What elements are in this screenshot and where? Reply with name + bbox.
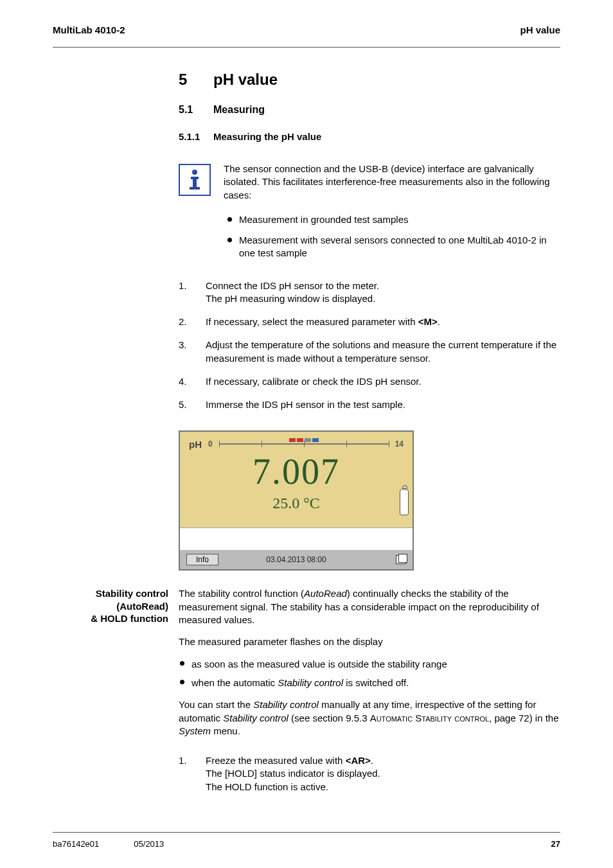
scale-min: 0 [208, 439, 213, 448]
header-left: MultiLab 4010-2 [53, 24, 125, 35]
page-number: 27 [551, 839, 560, 849]
info-paragraph: The sensor connection and the USB-B (dev… [224, 163, 560, 202]
chapter-heading: 5 pH value [179, 71, 560, 89]
body-paragraph: The stability control function (AutoRead… [179, 587, 560, 626]
info-bullet: Measurement with several sensors connect… [227, 234, 560, 260]
sensor-icon [400, 488, 409, 515]
subsection-number: 5.1.1 [179, 131, 213, 142]
svg-point-0 [192, 170, 197, 175]
procedure-step: 2. If necessary, select the measured par… [179, 315, 560, 328]
procedure-step: 1. Freeze the measured value with <AR>. … [179, 754, 560, 793]
storage-icon [396, 555, 406, 564]
step-number: 1. [179, 754, 206, 793]
device-screenshot: pH 0 14 [179, 430, 560, 571]
ph-scale [219, 441, 389, 447]
doc-id: ba76142e01 [53, 839, 99, 849]
step-number: 5. [179, 398, 206, 411]
step-text: Immerse the IDS pH sensor in the test sa… [206, 398, 405, 411]
svg-rect-3 [190, 187, 200, 190]
section-heading: 5.1 Measuring [179, 104, 560, 116]
subsection-heading: 5.1.1 Measuring the pH value [179, 131, 560, 142]
step-text: If necessary, calibrate or check the IDS… [206, 375, 422, 388]
procedure-step: 3. Adjust the temperature of the solutio… [179, 339, 560, 365]
chapter-title: pH value [213, 71, 278, 89]
section-number: 5.1 [179, 104, 213, 116]
body-paragraph: The measured parameter flashes on the di… [179, 635, 560, 648]
page-header: MultiLab 4010-2 pH value [53, 24, 560, 48]
step-text: If necessary, select the measured parame… [206, 315, 440, 328]
hold-procedure-list: 1. Freeze the measured value with <AR>. … [179, 754, 560, 793]
info-bullet-list: Measurement in grounded test samples Mea… [179, 213, 560, 260]
procedure-step: 4. If necessary, calibrate or check the … [179, 375, 560, 388]
subsection-title: Measuring the pH value [213, 131, 321, 142]
step-text: Freeze the measured value with <AR>. The… [206, 754, 380, 793]
chapter-number: 5 [179, 71, 213, 89]
procedure-step: 1. Connect the IDS pH sensor to the mete… [179, 279, 560, 306]
step-text: Adjust the temperature of the solutions … [206, 339, 560, 365]
info-box: The sensor connection and the USB-B (dev… [179, 163, 560, 202]
procedure-list: 1. Connect the IDS pH sensor to the mete… [179, 279, 560, 412]
header-right: pH value [520, 24, 560, 35]
datetime-display: 03.04.2013 08:00 [266, 555, 326, 564]
list-item: as soon as the measured value is outside… [179, 657, 560, 671]
procedure-step: 5. Immerse the IDS pH sensor in the test… [179, 398, 560, 411]
info-bullet: Measurement in grounded test samples [227, 213, 560, 226]
scale-max: 14 [395, 439, 404, 448]
ph-label: pH [189, 439, 202, 450]
page-footer: ba76142e01 05/2013 27 [53, 832, 560, 849]
margin-heading: Stability control (AutoRead) & HOLD func… [53, 587, 179, 804]
step-number: 4. [179, 375, 206, 388]
step-number: 3. [179, 339, 206, 365]
body-paragraph: You can start the Stability control manu… [179, 698, 560, 738]
section-title: Measuring [213, 104, 265, 116]
step-number: 1. [179, 279, 206, 306]
step-number: 2. [179, 315, 206, 328]
list-item: when the automatic Stability control is … [179, 676, 560, 689]
svg-rect-2 [193, 177, 197, 187]
info-softkey[interactable]: Info [186, 554, 218, 565]
ph-reading: 7.007 [189, 454, 404, 490]
flash-conditions-list: as soon as the measured value is outside… [179, 657, 560, 689]
doc-date: 05/2013 [134, 839, 164, 849]
info-icon [179, 164, 211, 196]
temperature-reading: 25.0 °C [189, 495, 404, 512]
step-text: Connect the IDS pH sensor to the meter. … [206, 279, 379, 306]
